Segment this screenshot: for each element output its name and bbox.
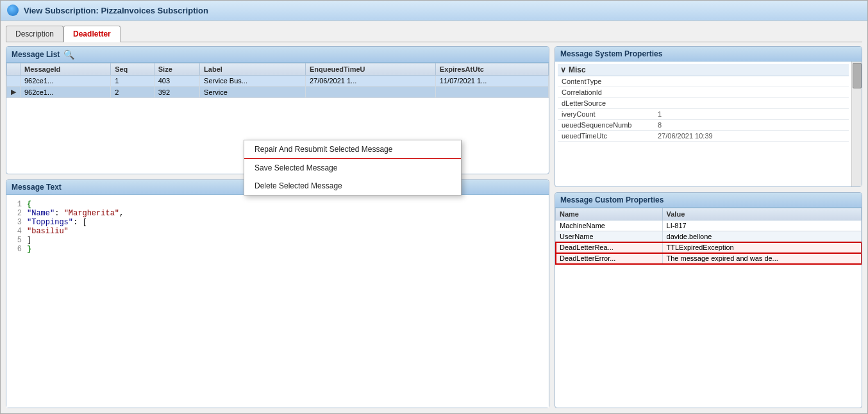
col-seq: Seq [111,63,154,76]
row-indicator [7,76,21,87]
custom-props-title: Message Custom Properties [560,195,664,204]
message-list-row[interactable]: 962ce1... 1 403 Service Bus... 27/06/202… [7,76,549,87]
cell-enqueued: 27/06/2021 1... [305,76,435,87]
line-number: 6 [12,245,22,254]
context-menu: Repair And Resubmit Selected MessageSave… [244,140,462,195]
search-icon[interactable]: 🔍 [63,49,74,60]
sys-props-row: iveryCount1 [558,109,849,120]
custom-prop-name: MachineName [556,220,663,231]
line-number: 5 [12,236,22,245]
tab-description[interactable]: Description [6,26,63,42]
scrollbar-thumb[interactable] [853,63,862,88]
message-list-header: Message List 🔍 [6,47,549,63]
chevron-down-icon: ∨ [560,65,566,74]
sys-props-content: ∨ Misc ContentTypeCorrelationIddLetterSo… [555,62,851,186]
sys-prop-value: 8 [654,120,849,131]
line-number: 1 [12,200,22,209]
code-text: } [27,245,544,254]
code-line: 2 "Name": "Margherita", [12,209,544,218]
code-line: 6} [12,245,544,254]
col-indicator [7,63,21,76]
custom-props-table: Name Value MachineNameLI-817UserNamedavi… [555,208,862,264]
code-text: "Toppings": [ [27,218,544,227]
col-expires: ExpiresAtUtc [435,63,548,76]
sys-prop-name: ContentType [558,76,654,87]
custom-prop-value: davide.bellone [662,231,861,242]
custom-prop-name: UserName [556,231,663,242]
main-panels: Message List 🔍 MessageId Seq Size [6,46,862,408]
sys-props-misc-header: ∨ Misc [558,64,849,76]
code-line: 3 "Toppings": [ [12,218,544,227]
sys-prop-name: CorrelationId [558,87,654,98]
cell-size: 392 [154,87,199,98]
code-line: 4 "basiliu" [12,227,544,236]
sys-props-row: dLetterSource [558,98,849,109]
tab-deadletter[interactable]: Deadletter [63,26,121,42]
sys-props-header: Message System Properties [555,47,862,62]
custom-props-row[interactable]: DeadLetterError...The message expired an… [556,253,862,264]
custom-props-row[interactable]: MachineNameLI-817 [556,220,862,231]
custom-prop-name: DeadLetterError... [556,253,663,264]
code-area: 1{2 "Name": "Margherita",3 "Toppings": [… [6,195,549,408]
custom-prop-name: DeadLetterRea... [556,242,663,253]
app-icon [7,4,19,16]
sys-prop-value: 27/06/2021 10:39 [654,131,849,142]
custom-props-row[interactable]: UserNamedavide.bellone [556,231,862,242]
cell-seq: 2 [111,87,154,98]
sys-prop-value: 1 [654,109,849,120]
col-messageid: MessageId [21,63,111,76]
sys-props-scrollbar[interactable] [851,62,862,186]
custom-props-header: Message Custom Properties [555,193,862,208]
right-panel: Message System Properties ∨ Misc Content… [555,46,862,408]
code-text: ] [27,236,544,245]
code-text: "basiliu" [27,227,544,236]
custom-col-value: Value [662,208,861,220]
cell-expires [435,87,548,98]
sys-props-panel: Message System Properties ∨ Misc Content… [555,46,862,187]
col-size: Size [154,63,199,76]
content-area: Description Deadletter Message List 🔍 [1,21,867,413]
sys-props-title: Message System Properties [560,49,662,58]
sys-prop-value [654,76,849,87]
sys-prop-value [654,87,849,98]
message-list-table: MessageId Seq Size Label EnqueuedTimeU E… [6,63,549,98]
custom-props-panel: Message Custom Properties Name Value [555,192,862,408]
sys-prop-name: ueuedTimeUtc [558,131,654,142]
window-title: View Subscription: PizzaInvoices Subscri… [24,6,208,15]
message-list-title: Message List [12,50,60,59]
left-panel: Message List 🔍 MessageId Seq Size [6,46,549,408]
custom-col-name: Name [556,208,663,220]
tabs-bar: Description Deadletter [6,26,862,42]
message-text-panel: Message Text 1{2 "Name": "Margherita",3 … [6,179,549,408]
custom-props-row[interactable]: DeadLetterRea...TTLExpiredException [556,242,862,253]
sys-prop-name: dLetterSource [558,98,654,109]
sys-prop-name: ueuedSequenceNumb [558,120,654,131]
cell-enqueued [305,87,435,98]
sys-props-row: ContentType [558,76,849,87]
main-window: View Subscription: PizzaInvoices Subscri… [0,0,868,414]
code-text: "Name": "Margherita", [27,209,544,218]
sys-prop-value [654,98,849,109]
cell-messageid: 962ce1... [21,76,111,87]
sys-prop-name: iveryCount [558,109,654,120]
cell-seq: 1 [111,76,154,87]
custom-props-table-container[interactable]: Name Value MachineNameLI-817UserNamedavi… [555,208,862,408]
line-number: 3 [12,218,22,227]
title-bar: View Subscription: PizzaInvoices Subscri… [1,1,867,21]
custom-prop-value: LI-817 [662,220,861,231]
cell-label: Service [200,87,306,98]
code-line: 1{ [12,200,544,209]
context-menu-item[interactable]: Save Selected Message [244,159,461,177]
sys-props-row: CorrelationId [558,87,849,98]
context-menu-item[interactable]: Delete Selected Message [244,177,461,195]
sys-props-table: ContentTypeCorrelationIddLetterSourceive… [558,76,849,142]
col-enqueued: EnqueuedTimeU [305,63,435,76]
context-menu-item[interactable]: Repair And Resubmit Selected Message [244,140,461,158]
code-text: { [27,200,544,209]
line-number: 2 [12,209,22,218]
message-list-row[interactable]: ▶ 962ce1... 2 392 Service [7,87,549,98]
col-label: Label [200,63,306,76]
cell-label: Service Bus... [200,76,306,87]
message-text-title: Message Text [12,183,62,192]
cell-messageid: 962ce1... [21,87,111,98]
